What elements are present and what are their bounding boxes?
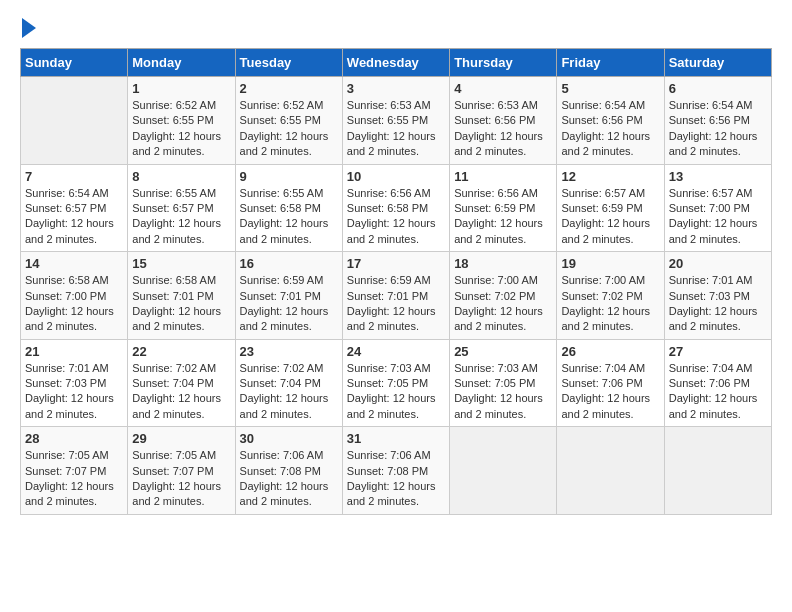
sunrise-text: Sunrise: 7:03 AM	[347, 362, 431, 374]
cell-content: Sunrise: 6:54 AMSunset: 6:57 PMDaylight:…	[25, 186, 123, 248]
sunrise-text: Sunrise: 6:53 AM	[454, 99, 538, 111]
daylight-text: Daylight: 12 hours and 2 minutes.	[240, 305, 329, 332]
day-number: 21	[25, 344, 123, 359]
cell-content: Sunrise: 6:54 AMSunset: 6:56 PMDaylight:…	[669, 98, 767, 160]
daylight-text: Daylight: 12 hours and 2 minutes.	[25, 305, 114, 332]
sunset-text: Sunset: 7:07 PM	[25, 465, 106, 477]
cell-content: Sunrise: 7:03 AMSunset: 7:05 PMDaylight:…	[454, 361, 552, 423]
sunrise-text: Sunrise: 7:02 AM	[240, 362, 324, 374]
daylight-text: Daylight: 12 hours and 2 minutes.	[347, 305, 436, 332]
cell-content: Sunrise: 6:57 AMSunset: 7:00 PMDaylight:…	[669, 186, 767, 248]
page-header	[20, 20, 772, 38]
daylight-text: Daylight: 12 hours and 2 minutes.	[240, 480, 329, 507]
calendar-cell: 20Sunrise: 7:01 AMSunset: 7:03 PMDayligh…	[664, 252, 771, 340]
calendar-cell: 24Sunrise: 7:03 AMSunset: 7:05 PMDayligh…	[342, 339, 449, 427]
cell-content: Sunrise: 7:04 AMSunset: 7:06 PMDaylight:…	[561, 361, 659, 423]
calendar-cell: 9Sunrise: 6:55 AMSunset: 6:58 PMDaylight…	[235, 164, 342, 252]
daylight-text: Daylight: 12 hours and 2 minutes.	[240, 392, 329, 419]
sunset-text: Sunset: 6:55 PM	[240, 114, 321, 126]
calendar-cell: 12Sunrise: 6:57 AMSunset: 6:59 PMDayligh…	[557, 164, 664, 252]
day-number: 13	[669, 169, 767, 184]
sunrise-text: Sunrise: 6:54 AM	[561, 99, 645, 111]
calendar-cell: 6Sunrise: 6:54 AMSunset: 6:56 PMDaylight…	[664, 77, 771, 165]
cell-content: Sunrise: 7:02 AMSunset: 7:04 PMDaylight:…	[132, 361, 230, 423]
sunset-text: Sunset: 7:04 PM	[132, 377, 213, 389]
sunset-text: Sunset: 7:07 PM	[132, 465, 213, 477]
sunset-text: Sunset: 7:08 PM	[347, 465, 428, 477]
sunset-text: Sunset: 7:05 PM	[347, 377, 428, 389]
cell-content: Sunrise: 6:53 AMSunset: 6:55 PMDaylight:…	[347, 98, 445, 160]
calendar-cell: 8Sunrise: 6:55 AMSunset: 6:57 PMDaylight…	[128, 164, 235, 252]
daylight-text: Daylight: 12 hours and 2 minutes.	[240, 130, 329, 157]
daylight-text: Daylight: 12 hours and 2 minutes.	[669, 130, 758, 157]
daylight-text: Daylight: 12 hours and 2 minutes.	[561, 392, 650, 419]
sunrise-text: Sunrise: 7:00 AM	[561, 274, 645, 286]
cell-content: Sunrise: 7:05 AMSunset: 7:07 PMDaylight:…	[132, 448, 230, 510]
sunrise-text: Sunrise: 7:02 AM	[132, 362, 216, 374]
weekday-header-sunday: Sunday	[21, 49, 128, 77]
cell-content: Sunrise: 6:59 AMSunset: 7:01 PMDaylight:…	[347, 273, 445, 335]
sunset-text: Sunset: 6:57 PM	[25, 202, 106, 214]
cell-content: Sunrise: 7:02 AMSunset: 7:04 PMDaylight:…	[240, 361, 338, 423]
day-number: 5	[561, 81, 659, 96]
sunset-text: Sunset: 6:58 PM	[347, 202, 428, 214]
day-number: 11	[454, 169, 552, 184]
sunset-text: Sunset: 7:00 PM	[25, 290, 106, 302]
sunset-text: Sunset: 6:56 PM	[669, 114, 750, 126]
daylight-text: Daylight: 12 hours and 2 minutes.	[669, 217, 758, 244]
daylight-text: Daylight: 12 hours and 2 minutes.	[25, 392, 114, 419]
sunrise-text: Sunrise: 7:01 AM	[669, 274, 753, 286]
sunset-text: Sunset: 7:03 PM	[25, 377, 106, 389]
cell-content: Sunrise: 6:53 AMSunset: 6:56 PMDaylight:…	[454, 98, 552, 160]
cell-content: Sunrise: 6:52 AMSunset: 6:55 PMDaylight:…	[132, 98, 230, 160]
day-number: 28	[25, 431, 123, 446]
day-number: 2	[240, 81, 338, 96]
daylight-text: Daylight: 12 hours and 2 minutes.	[25, 480, 114, 507]
sunrise-text: Sunrise: 6:59 AM	[347, 274, 431, 286]
calendar-cell: 5Sunrise: 6:54 AMSunset: 6:56 PMDaylight…	[557, 77, 664, 165]
cell-content: Sunrise: 6:55 AMSunset: 6:57 PMDaylight:…	[132, 186, 230, 248]
cell-content: Sunrise: 6:59 AMSunset: 7:01 PMDaylight:…	[240, 273, 338, 335]
calendar-cell: 10Sunrise: 6:56 AMSunset: 6:58 PMDayligh…	[342, 164, 449, 252]
sunrise-text: Sunrise: 7:01 AM	[25, 362, 109, 374]
sunrise-text: Sunrise: 7:05 AM	[132, 449, 216, 461]
day-number: 18	[454, 256, 552, 271]
sunrise-text: Sunrise: 6:55 AM	[132, 187, 216, 199]
sunrise-text: Sunrise: 6:56 AM	[454, 187, 538, 199]
calendar-cell: 2Sunrise: 6:52 AMSunset: 6:55 PMDaylight…	[235, 77, 342, 165]
weekday-header-monday: Monday	[128, 49, 235, 77]
sunrise-text: Sunrise: 6:53 AM	[347, 99, 431, 111]
calendar-cell: 22Sunrise: 7:02 AMSunset: 7:04 PMDayligh…	[128, 339, 235, 427]
sunrise-text: Sunrise: 7:03 AM	[454, 362, 538, 374]
day-number: 10	[347, 169, 445, 184]
sunrise-text: Sunrise: 6:52 AM	[132, 99, 216, 111]
daylight-text: Daylight: 12 hours and 2 minutes.	[669, 392, 758, 419]
sunset-text: Sunset: 7:02 PM	[454, 290, 535, 302]
cell-content: Sunrise: 6:56 AMSunset: 6:58 PMDaylight:…	[347, 186, 445, 248]
calendar-cell: 23Sunrise: 7:02 AMSunset: 7:04 PMDayligh…	[235, 339, 342, 427]
cell-content: Sunrise: 7:01 AMSunset: 7:03 PMDaylight:…	[669, 273, 767, 335]
daylight-text: Daylight: 12 hours and 2 minutes.	[454, 305, 543, 332]
sunrise-text: Sunrise: 7:05 AM	[25, 449, 109, 461]
weekday-header-thursday: Thursday	[450, 49, 557, 77]
calendar-cell: 19Sunrise: 7:00 AMSunset: 7:02 PMDayligh…	[557, 252, 664, 340]
sunset-text: Sunset: 7:06 PM	[669, 377, 750, 389]
cell-content: Sunrise: 7:04 AMSunset: 7:06 PMDaylight:…	[669, 361, 767, 423]
sunrise-text: Sunrise: 6:57 AM	[669, 187, 753, 199]
calendar-cell: 18Sunrise: 7:00 AMSunset: 7:02 PMDayligh…	[450, 252, 557, 340]
sunset-text: Sunset: 7:01 PM	[132, 290, 213, 302]
calendar-cell: 4Sunrise: 6:53 AMSunset: 6:56 PMDaylight…	[450, 77, 557, 165]
calendar-cell: 27Sunrise: 7:04 AMSunset: 7:06 PMDayligh…	[664, 339, 771, 427]
calendar-cell: 31Sunrise: 7:06 AMSunset: 7:08 PMDayligh…	[342, 427, 449, 515]
day-number: 23	[240, 344, 338, 359]
sunrise-text: Sunrise: 7:00 AM	[454, 274, 538, 286]
calendar-cell: 7Sunrise: 6:54 AMSunset: 6:57 PMDaylight…	[21, 164, 128, 252]
logo	[20, 20, 36, 38]
daylight-text: Daylight: 12 hours and 2 minutes.	[454, 130, 543, 157]
cell-content: Sunrise: 6:58 AMSunset: 7:00 PMDaylight:…	[25, 273, 123, 335]
sunrise-text: Sunrise: 6:57 AM	[561, 187, 645, 199]
calendar-week-row: 21Sunrise: 7:01 AMSunset: 7:03 PMDayligh…	[21, 339, 772, 427]
daylight-text: Daylight: 12 hours and 2 minutes.	[132, 392, 221, 419]
daylight-text: Daylight: 12 hours and 2 minutes.	[25, 217, 114, 244]
sunrise-text: Sunrise: 7:06 AM	[347, 449, 431, 461]
